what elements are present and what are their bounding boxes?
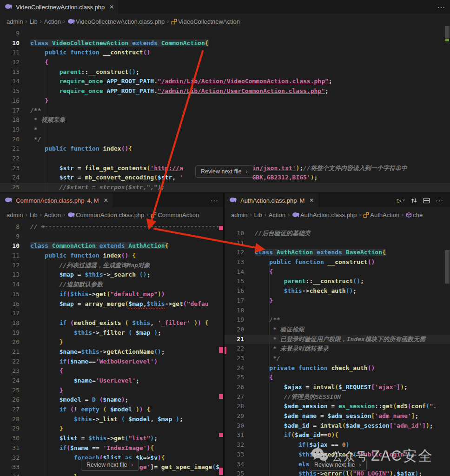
line-number: 28: [0, 415, 20, 424]
code-line: 14 require_once APP_ROOT_PATH."/admin/Li…: [0, 77, 450, 86]
close-icon[interactable]: ✕: [104, 197, 108, 204]
line-number: 22: [0, 154, 20, 164]
line-number: 24: [225, 364, 244, 373]
scrollbar-thumb[interactable]: [445, 26, 450, 38]
code-line: 14 //追加默认参数: [0, 280, 223, 290]
review-next-file-button[interactable]: Review next file›: [309, 459, 367, 471]
line-number: 16: [0, 299, 20, 309]
breadcrumb-item[interactable]: AuthAction: [363, 212, 399, 218]
code-line: 9: [0, 232, 223, 242]
line-number: 16: [0, 96, 20, 106]
code-line: 22 if($name=='WeiboUserLevel'): [0, 357, 223, 367]
code-line: 16 $this->check_auth();: [225, 286, 450, 296]
overview-mark: [219, 394, 223, 399]
review-next-file-button[interactable]: Review next file›: [81, 459, 139, 471]
tabstrip-space: ···: [113, 193, 223, 207]
breadcrumb-item[interactable]: admin: [7, 212, 23, 218]
line-number: 24: [0, 173, 20, 183]
code-line: 19 $this->_filter ( $map );: [0, 328, 223, 338]
close-icon[interactable]: ✕: [309, 197, 314, 204]
line-number: 14: [225, 267, 244, 277]
line-number: 19: [0, 125, 20, 135]
scrollbar-thumb[interactable]: [445, 250, 450, 284]
chevron-right-icon: ›: [246, 168, 248, 175]
line-number: 33: [0, 463, 20, 472]
breadcrumb-item[interactable]: admin: [7, 18, 23, 25]
more-actions-icon[interactable]: ···: [437, 3, 445, 11]
compare-changes-icon[interactable]: [410, 197, 417, 204]
breadcrumb-item[interactable]: Action: [269, 212, 285, 218]
overview-mark: [219, 468, 223, 475]
line-number: 20: [0, 135, 20, 145]
line-number: 12: [0, 58, 20, 67]
code-line: 31 if($adm_id==0){: [225, 430, 450, 440]
code-line: 34 }: [0, 472, 223, 476]
line-number: 31: [225, 430, 244, 440]
more-actions-icon[interactable]: ···: [436, 197, 443, 204]
code-line: 19 /**: [225, 315, 450, 325]
split-editor-icon[interactable]: [423, 197, 430, 204]
tab-label: CommonAction.class.php: [16, 197, 84, 204]
close-icon[interactable]: ✕: [109, 4, 114, 10]
code-editor[interactable]: 8// +-----------------------------------…: [0, 222, 223, 476]
breadcrumb-item[interactable]: Lib: [29, 212, 37, 218]
breadcrumb[interactable]: admin›Lib›Action›AuthAction.class.php›Au…: [225, 207, 450, 222]
code-line: 16 $map = array_merge($map,$this->get("d…: [0, 299, 223, 309]
code-line: 26 $model = D ($name);: [0, 395, 223, 405]
code-editor[interactable]: 10//后台验证的基础类1112class AuthAction extends…: [225, 222, 450, 476]
code-line: 18: [225, 306, 450, 316]
tab-commonaction[interactable]: CommonAction.class.php 4, M ✕: [0, 193, 113, 207]
code-line: 22 * 未登录时跳转登录: [225, 344, 450, 354]
indent-guide: [45, 251, 45, 476]
code-line: 28 $adm_session = es_session::get(md5(co…: [225, 402, 450, 411]
review-next-file-button[interactable]: Review next file›: [195, 165, 253, 178]
breadcrumb-item[interactable]: VideoCollectnewAction: [171, 18, 240, 25]
breadcrumb[interactable]: admin›Lib›Action›CommonAction.class.php›…: [0, 207, 223, 222]
breadcrumb-separator: ›: [25, 18, 27, 25]
tab-bar: CommonAction.class.php 4, M ✕ ···: [0, 193, 223, 208]
breadcrumb[interactable]: admin›Lib›Action›VideoCollectnewAction.c…: [0, 14, 450, 29]
code-line: 15 require_once APP_ROOT_PATH."/admin/Li…: [0, 86, 450, 96]
run-icon[interactable]: ▷˅: [397, 197, 405, 204]
line-number: 21: [225, 335, 244, 344]
line-number: 33: [225, 450, 244, 460]
indent-guide: [45, 48, 45, 192]
breadcrumb-item[interactable]: Lib: [29, 18, 37, 25]
line-number: 21: [0, 144, 20, 154]
code-line: 22: [0, 154, 450, 164]
code-line: 24 private function check_auth(): [225, 364, 450, 373]
breadcrumb-item[interactable]: admin: [231, 212, 247, 218]
code-line: 14 {: [225, 267, 450, 277]
breadcrumb-item[interactable]: CommonAction.class.php: [67, 212, 144, 218]
tab-authaction[interactable]: AuthAction.class.php M ✕: [225, 193, 319, 207]
more-actions-icon[interactable]: ···: [211, 197, 218, 204]
line-number: 23: [225, 354, 244, 364]
code-line: 20 */: [0, 135, 450, 145]
tab-bar: AuthAction.class.php M ✕ ▷˅ ·: [225, 193, 450, 208]
code-line: 25 }: [0, 386, 223, 396]
code-line: 8// +-----------------------------------…: [0, 222, 223, 232]
breadcrumb-item[interactable]: Action: [44, 18, 61, 25]
breadcrumb-separator: ›: [63, 18, 65, 25]
code-line: 10//后台验证的基础类: [225, 229, 450, 238]
breadcrumb-item[interactable]: Lib: [254, 212, 262, 218]
tab-problem-badge: 4, M: [87, 197, 99, 204]
pane-divider-vertical[interactable]: [223, 193, 225, 476]
line-number: 23: [0, 366, 20, 376]
breadcrumb-item[interactable]: VideoCollectnewAction.class.php: [67, 18, 165, 25]
line-number: 32: [225, 440, 244, 450]
code-line: 32 if($ajax == 0): [225, 440, 450, 450]
code-line: 17/**: [0, 106, 450, 116]
code-line: 21 * 已登录时验证用户权限，Index模块下的所有函数无需: [225, 335, 450, 344]
breadcrumb-item[interactable]: CommonAction: [151, 212, 199, 218]
line-number: 17: [0, 106, 20, 116]
breadcrumb-item[interactable]: Action: [44, 212, 61, 218]
tab-videocollectnewaction[interactable]: VideoCollectnewAction.class.php ✕: [0, 0, 119, 14]
pane-divider-horizontal[interactable]: [0, 192, 450, 193]
line-number: 10: [225, 229, 244, 238]
line-number: 34: [225, 460, 244, 469]
breadcrumb-item[interactable]: che: [406, 212, 423, 218]
breadcrumb-item[interactable]: AuthAction.class.php: [292, 212, 357, 218]
code-line: 10class CommonAction extends AuthAction{: [0, 241, 223, 251]
line-number: 19: [0, 328, 20, 338]
